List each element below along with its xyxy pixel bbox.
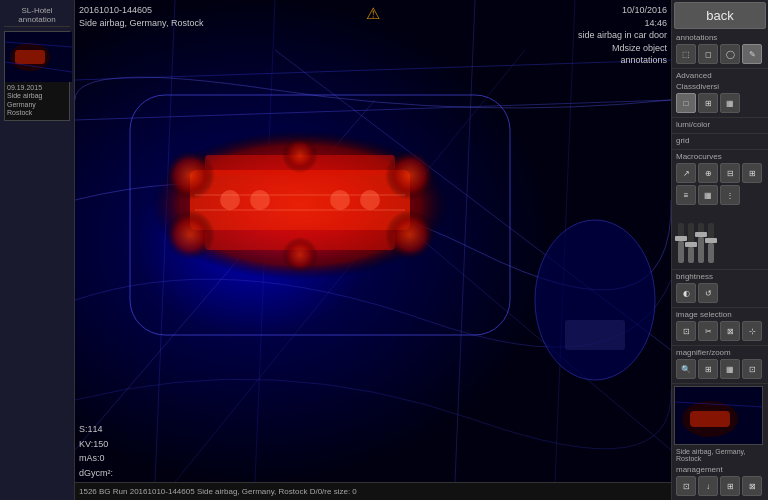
lumicolor-label: lumi/color [676,120,764,129]
macro-tools-2: ≡ ▦ ⋮ [676,185,764,205]
tool-btn-4[interactable]: ✎ [742,44,762,64]
v-slider-4[interactable] [708,208,714,263]
is-btn-1[interactable]: ⊡ [676,321,696,341]
preview-thumbnail [674,386,763,445]
mgmt-btn-2[interactable]: ↓ [698,476,718,496]
magnifier-tools: 🔍 ⊞ ▦ ⊡ [676,359,764,379]
classdivers-label: Classdiversi [676,82,764,91]
mag-btn-1[interactable]: 🔍 [676,359,696,379]
thumbnail-image [5,32,72,82]
image-info-topright: 10/10/2016 14:46 side airbag in car door… [578,4,667,67]
main-image: 20161010-144605 Side airbag, Germany, Ro… [75,0,671,500]
right-panel: back annotations ⬚ ◻ ◯ ✎ Advanced Classd… [671,0,768,500]
image-info-topleft: 20161010-144605 Side airbag, Germany, Ro… [79,4,203,29]
magnifier-section: magnifier/zoom 🔍 ⊞ ▦ ⊡ [672,346,768,384]
is-btn-4[interactable]: ⊹ [742,321,762,341]
macrocurves-label: Macrocurves [676,152,764,161]
v-slider-3[interactable] [698,208,704,263]
br-btn-2[interactable]: ↺ [698,283,718,303]
macro-btn-1[interactable]: ↗ [676,163,696,183]
is-btn-3[interactable]: ⊠ [720,321,740,341]
mgmt-btn-3[interactable]: ⊞ [720,476,740,496]
brightness-tools: ◐ ↺ [676,283,764,303]
preview-label: Side airbag, Germany, Rostock [672,447,768,463]
left-sidebar: SL-Hotel annotation 09.19.2015 Side airb… [0,0,75,500]
management-section: management ⊡ ↓ ⊞ ⊠ [672,463,768,500]
adv-btn-1[interactable]: □ [676,93,696,113]
v-slider-2[interactable] [688,208,694,263]
image-stats: S:114 KV:150 mAs:0 dGycm²: [79,422,113,480]
back-button[interactable]: back [674,2,766,29]
grid-label: grid [676,136,764,145]
management-tools: ⊡ ↓ ⊞ ⊠ [676,476,764,496]
advanced-tools: □ ⊞ ▦ [676,93,764,113]
magnifier-label: magnifier/zoom [676,348,764,357]
v-slider-1[interactable] [678,208,684,263]
mgmt-btn-1[interactable]: ⊡ [676,476,696,496]
macro-tools: ↗ ⊕ ⊟ ⊞ [676,163,764,183]
mag-btn-3[interactable]: ▦ [720,359,740,379]
sidebar-title: SL-Hotel annotation [4,4,70,27]
adv-btn-2[interactable]: ⊞ [698,93,718,113]
annotations-label: annotations [676,33,764,42]
macro-btn-5[interactable]: ≡ [676,185,696,205]
mag-btn-4[interactable]: ⊡ [742,359,762,379]
bottom-info-bar: 1526 BG Run 20161010-144605 Side airbag,… [75,482,671,500]
advanced-label: Advanced [676,71,764,80]
macro-btn-3[interactable]: ⊟ [720,163,740,183]
adv-btn-3[interactable]: ▦ [720,93,740,113]
br-btn-1[interactable]: ◐ [676,283,696,303]
brightness-label: brightness [676,272,764,281]
annotation-tools: ⬚ ◻ ◯ ✎ [676,44,764,64]
macro-btn-4[interactable]: ⊞ [742,163,762,183]
advanced-section: Advanced Classdiversi □ ⊞ ▦ [672,69,768,118]
image-selection-section: image selection ⊡ ✂ ⊠ ⊹ [672,308,768,346]
tool-btn-2[interactable]: ◻ [698,44,718,64]
mag-btn-2[interactable]: ⊞ [698,359,718,379]
macrocurves-section: Macrocurves ↗ ⊕ ⊟ ⊞ ≡ ▦ ⋮ [672,150,768,270]
brightness-section: brightness ◐ ↺ [672,270,768,308]
warning-icon: ⚠ [366,4,380,23]
macro-btn-6[interactable]: ▦ [698,185,718,205]
xray-scene: 20161010-144605 Side airbag, Germany, Ro… [75,0,671,500]
thumbnail-card[interactable]: 09.19.2015 Side airbag Germany Rostock [4,31,70,121]
tool-btn-1[interactable]: ⬚ [676,44,696,64]
xray-background [75,0,671,500]
svg-rect-2 [15,50,45,64]
image-selection-label: image selection [676,310,764,319]
mgmt-btn-4[interactable]: ⊠ [742,476,762,496]
is-btn-2[interactable]: ✂ [698,321,718,341]
svg-rect-37 [690,411,730,427]
vertical-sliders [676,207,764,267]
annotations-section: annotations ⬚ ◻ ◯ ✎ [672,31,768,69]
image-selection-tools: ⊡ ✂ ⊠ ⊹ [676,321,764,341]
grid-section: grid [672,134,768,150]
tool-btn-3[interactable]: ◯ [720,44,740,64]
management-label: management [676,465,764,474]
macro-btn-7[interactable]: ⋮ [720,185,740,205]
lumicolor-section: lumi/color [672,118,768,134]
macro-btn-2[interactable]: ⊕ [698,163,718,183]
thumbnail-label: 09.19.2015 Side airbag Germany Rostock [5,82,69,120]
